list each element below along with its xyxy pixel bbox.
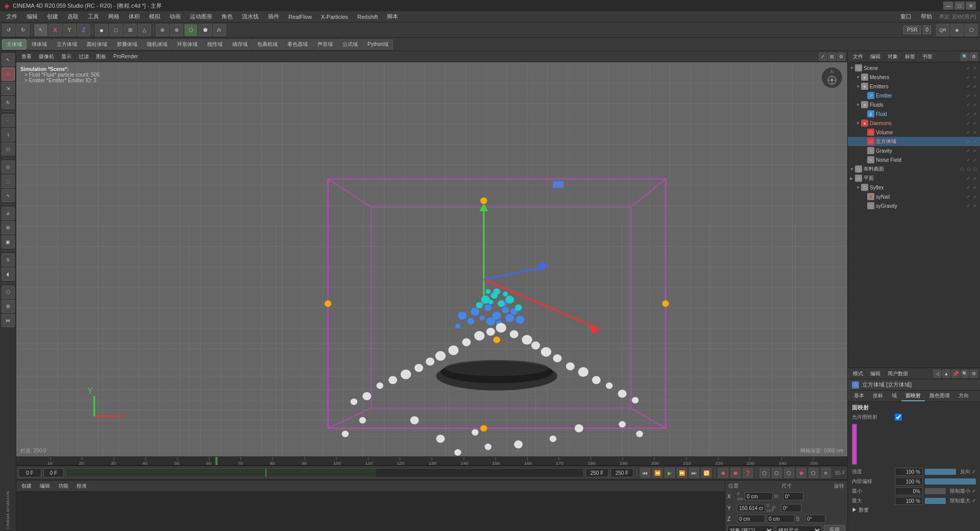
- tree-item-syflex[interactable]: ▼ ⬡ Syflex ✓ ✓: [848, 183, 980, 192]
- pos-y-input[interactable]: [737, 504, 765, 512]
- tool-a[interactable]: ⊕: [156, 24, 169, 36]
- undo-button[interactable]: ↺: [2, 24, 15, 36]
- mode-torus[interactable]: 环形体域: [173, 39, 202, 50]
- st-search-icon[interactable]: 🔍: [961, 53, 969, 61]
- play-button[interactable]: ▶: [665, 468, 675, 478]
- menu-pipeline[interactable]: 流水线: [238, 12, 263, 21]
- size-z-input[interactable]: [767, 515, 795, 523]
- inner-offset-slider[interactable]: [925, 478, 976, 485]
- menu-select[interactable]: 选取: [63, 12, 83, 21]
- rec-extra-a[interactable]: ⬡: [760, 468, 770, 478]
- mode-main[interactable]: 主体域: [2, 39, 27, 50]
- mode-linear[interactable]: 线性域: [203, 39, 227, 50]
- menu-script[interactable]: 脚本: [383, 12, 402, 21]
- attr-search-icon[interactable]: 🔍: [961, 370, 969, 378]
- attr-direction-tab[interactable]: 方向: [954, 391, 973, 401]
- obj-sphere[interactable]: ●: [95, 24, 108, 36]
- vp-expand[interactable]: ⤢: [819, 53, 827, 61]
- tool-points[interactable]: ·: [2, 114, 15, 127]
- vp-prorender[interactable]: ProRender: [110, 53, 141, 60]
- move-y[interactable]: Y: [63, 24, 76, 36]
- mode-formula[interactable]: 公式域: [338, 39, 362, 50]
- tool-polys[interactable]: ◻: [2, 142, 15, 156]
- current-frame-input[interactable]: [18, 468, 41, 477]
- mode-capsule[interactable]: 胶囊体域: [112, 39, 142, 50]
- attr-edit-tab[interactable]: 编辑: [867, 370, 884, 378]
- minimize-button[interactable]: —: [943, 2, 953, 10]
- mode-wrapper[interactable]: 包裹机域: [253, 39, 282, 50]
- tool-select[interactable]: ↖: [2, 53, 15, 66]
- tool-lasso[interactable]: ∿: [2, 189, 15, 202]
- rot-p-input[interactable]: [781, 504, 801, 512]
- st-file[interactable]: 文件: [850, 53, 866, 61]
- move-x[interactable]: X: [48, 24, 62, 36]
- tree-item-scene[interactable]: ▼ ⬡ Scene ✓ ✓: [848, 63, 980, 73]
- menu-animate[interactable]: 动画: [165, 12, 185, 21]
- tool-fx[interactable]: 𝒇𝒙: [213, 24, 226, 36]
- extra-a[interactable]: ◈: [950, 24, 964, 36]
- pos-x-input[interactable]: [745, 492, 773, 500]
- tool-c[interactable]: ⬡: [184, 24, 198, 36]
- rec-extra-c[interactable]: ⬡: [784, 468, 794, 478]
- move-z[interactable]: Z: [77, 24, 90, 36]
- remapping-row[interactable]: ▶ 形变: [852, 506, 976, 514]
- attr-lock-icon[interactable]: ▲: [942, 370, 950, 378]
- select-tool[interactable]: ↖: [34, 24, 47, 36]
- redo-button[interactable]: ↻: [16, 24, 30, 36]
- menu-mograph[interactable]: 运动图形: [186, 12, 216, 21]
- max-slider[interactable]: [925, 498, 946, 504]
- tree-item-emitter[interactable]: ↗ Emitter ✓ ✓: [848, 91, 980, 100]
- attr-userdata-tab[interactable]: 用户数据: [885, 370, 911, 378]
- st-object[interactable]: 对象: [885, 53, 901, 61]
- tree-item-sygravity[interactable]: ↓ syGravity ✓ ✓: [848, 201, 980, 210]
- st-edit[interactable]: 编辑: [867, 53, 884, 61]
- mode-python[interactable]: Python域: [363, 39, 393, 50]
- menu-xparticles[interactable]: X-Particles: [317, 13, 352, 21]
- tree-item-gravity[interactable]: ↓ Gravity ✓ ✓: [848, 146, 980, 155]
- title-bar-controls[interactable]: — □ ✕: [943, 2, 976, 10]
- attr-colormap-tab[interactable]: 颜色图谱: [925, 391, 954, 401]
- min-slider[interactable]: [925, 488, 946, 494]
- tool-b[interactable]: ⊗: [170, 24, 183, 36]
- menu-redshift[interactable]: Redshift: [353, 13, 382, 21]
- tree-item-plane[interactable]: ▶ ▭ 平面 ✓ ✓: [848, 174, 980, 183]
- tool-d[interactable]: ⬟: [199, 24, 212, 36]
- stop-button[interactable]: ⏹: [730, 468, 741, 478]
- tree-item-volume[interactable]: ⬡ Volume ✓ ✓: [848, 128, 980, 137]
- scene-tree-content[interactable]: ▼ ⬡ Scene ✓ ✓ ▼ ◈ Meshers ✓ ✓: [848, 62, 980, 368]
- tool-move[interactable]: ✛: [2, 67, 15, 81]
- min-input[interactable]: [895, 487, 923, 495]
- menu-help[interactable]: 帮助: [917, 12, 936, 21]
- tree-item-daemons[interactable]: ▼ ◈ Daemons ✓ ✓: [848, 118, 980, 128]
- attr-mode-tab[interactable]: 模式: [850, 370, 866, 378]
- tool-edges[interactable]: ⌇: [2, 128, 15, 141]
- remapping-label[interactable]: ▶ 形变: [852, 506, 869, 514]
- inner-offset-input[interactable]: [895, 477, 923, 486]
- apply-button[interactable]: 应用: [824, 525, 845, 531]
- tree-item-noisefield[interactable]: ∿ Noise Field ✓ ✓: [848, 155, 980, 164]
- pos-z-input[interactable]: [737, 515, 765, 523]
- kf-function[interactable]: 功能: [55, 482, 71, 490]
- menu-tools[interactable]: 工具: [84, 12, 103, 21]
- vp-view[interactable]: 查看: [18, 53, 35, 61]
- attr-coord-tab[interactable]: 坐标: [869, 391, 887, 401]
- menu-mesh[interactable]: 网格: [104, 12, 124, 21]
- strength-slider[interactable]: [925, 469, 956, 475]
- tool-snap[interactable]: ⋈: [2, 314, 15, 327]
- menu-volume[interactable]: 体积: [125, 12, 144, 21]
- mode-storage[interactable]: 储存域: [228, 39, 252, 50]
- rec-extra-f[interactable]: ≡: [821, 468, 831, 478]
- start-frame-input[interactable]: [43, 468, 64, 477]
- maximize-button[interactable]: □: [954, 2, 965, 10]
- loop-button[interactable]: 🔁: [701, 468, 712, 478]
- viewport[interactable]: X Y Simulation *Scene*: > Fluid *Fluid* …: [16, 62, 847, 456]
- tree-item-fluid[interactable]: 💧 Fluid ✓ ✓: [848, 109, 980, 118]
- vp-settings[interactable]: ⚙: [837, 53, 845, 61]
- timeline-scrub[interactable]: [66, 468, 583, 477]
- transform-mode-select[interactable]: 对象 (视口): [727, 525, 774, 531]
- menu-window[interactable]: 窗口: [896, 12, 916, 21]
- menu-edit[interactable]: 编辑: [22, 12, 42, 21]
- st-tag[interactable]: 标签: [902, 53, 918, 61]
- tool-rotate[interactable]: ↻: [2, 96, 15, 109]
- tree-item-cubedomain[interactable]: □ 立方体域 ✓ ✓: [848, 137, 980, 146]
